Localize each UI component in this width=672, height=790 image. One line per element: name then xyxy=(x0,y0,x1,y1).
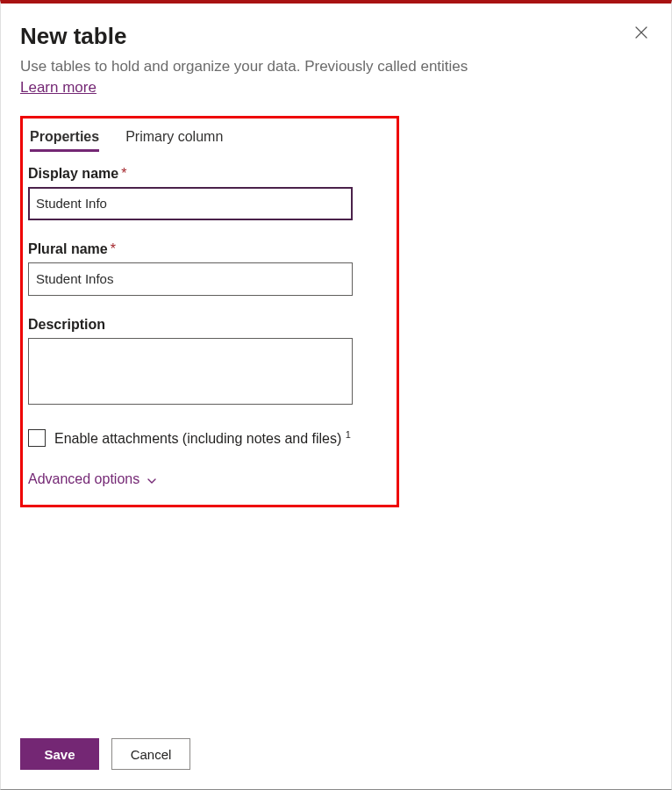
chevron-down-icon xyxy=(147,474,157,485)
properties-highlight-box: Properties Primary column Display name* … xyxy=(20,116,399,507)
save-button[interactable]: Save xyxy=(20,738,99,770)
required-marker: * xyxy=(111,241,116,256)
enable-attachments-checkbox[interactable] xyxy=(28,429,46,447)
panel-subtitle: Use tables to hold and organize your dat… xyxy=(20,57,652,77)
plural-name-label: Plural name* xyxy=(28,241,391,257)
plural-name-label-text: Plural name xyxy=(28,241,108,256)
learn-more-link[interactable]: Learn more xyxy=(20,79,97,97)
enable-attachments-row: Enable attachments (including notes and … xyxy=(28,429,391,447)
panel-title: New table xyxy=(20,23,652,50)
display-name-label-text: Display name xyxy=(28,166,118,181)
tab-primary-column[interactable]: Primary column xyxy=(125,124,223,150)
advanced-options-label: Advanced options xyxy=(28,471,139,487)
plural-name-field: Plural name* xyxy=(28,241,391,296)
cancel-button[interactable]: Cancel xyxy=(111,738,190,770)
plural-name-input[interactable] xyxy=(28,262,353,296)
close-button[interactable] xyxy=(631,23,652,44)
advanced-options-toggle[interactable]: Advanced options xyxy=(28,471,157,487)
display-name-label: Display name* xyxy=(28,166,391,182)
close-icon xyxy=(634,25,648,42)
description-label: Description xyxy=(28,317,391,333)
footer-actions: Save Cancel xyxy=(20,738,190,770)
footnote-marker: 1 xyxy=(346,429,351,440)
enable-attachments-label: Enable attachments (including notes and … xyxy=(54,429,351,447)
enable-attachments-label-text: Enable attachments (including notes and … xyxy=(54,431,341,446)
required-marker: * xyxy=(121,166,126,181)
display-name-input[interactable] xyxy=(28,187,353,220)
description-field: Description xyxy=(28,317,391,408)
description-input[interactable] xyxy=(28,338,353,405)
tab-properties[interactable]: Properties xyxy=(30,124,99,150)
tab-strip: Properties Primary column xyxy=(28,124,391,150)
display-name-field: Display name* xyxy=(28,166,391,220)
